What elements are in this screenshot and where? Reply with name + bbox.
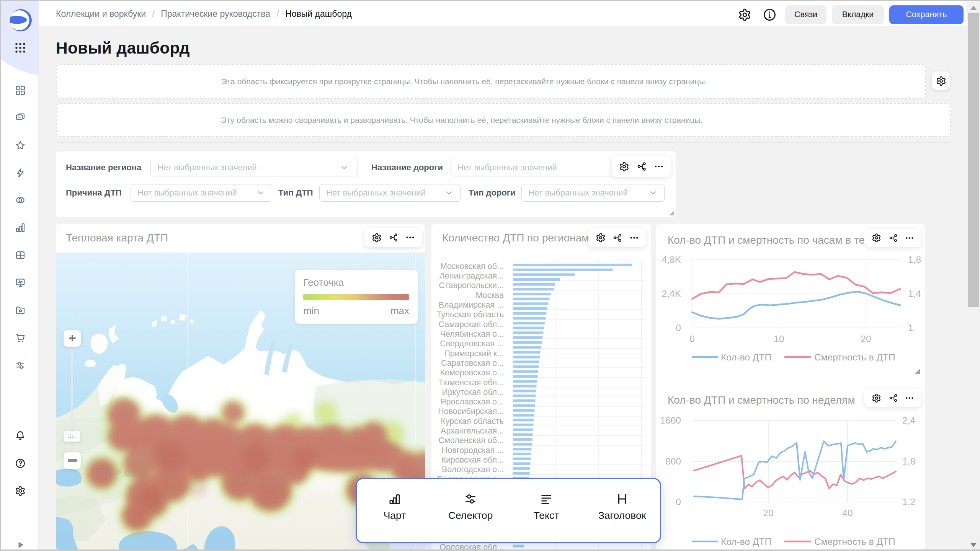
svg-text:800: 800: [665, 456, 681, 466]
svg-text:2,4K: 2,4K: [662, 289, 681, 299]
svg-text:2,4: 2,4: [902, 415, 915, 425]
svg-text:Свердловская ...: Свердловская ...: [440, 339, 504, 348]
svg-text:10: 10: [774, 334, 784, 344]
svg-text:Кол-во ДТП: Кол-во ДТП: [721, 536, 771, 547]
svg-text:Кировская обл...: Кировская обл...: [441, 455, 504, 465]
svg-text:Новгородская ...: Новгородская ...: [442, 446, 504, 455]
svg-text:1,8: 1,8: [902, 456, 915, 466]
svg-text:Орловская обл...: Орловская обл...: [439, 543, 504, 549]
svg-text:Вологодская о...: Вологодская о...: [442, 465, 504, 474]
svg-text:Кемеровская о...: Кемеровская о...: [440, 368, 504, 377]
svg-text:1600: 1600: [660, 415, 681, 425]
svg-text:1,2: 1,2: [902, 497, 915, 507]
svg-text:0: 0: [676, 497, 681, 507]
svg-text:Кол-во ДТП: Кол-во ДТП: [721, 352, 771, 362]
svg-text:0: 0: [689, 334, 695, 344]
svg-text:Смертность в ДТП: Смертность в ДТП: [814, 536, 895, 547]
svg-text:Тюменская обл...: Тюменская обл...: [438, 378, 504, 387]
svg-text:Иркутская обл...: Иркутская обл...: [442, 388, 504, 397]
svg-text:Московская об...: Московская об...: [440, 262, 504, 271]
svg-text:Новосибирская...: Новосибирская...: [438, 407, 504, 416]
svg-text:Приморский к...: Приморский к...: [444, 349, 504, 358]
svg-text:Курская область: Курская область: [441, 417, 504, 426]
svg-text:Тульская область: Тульская область: [436, 310, 504, 319]
svg-text:Архангельская...: Архангельская...: [441, 426, 504, 435]
svg-text:Владимирская ...: Владимирская ...: [439, 300, 504, 310]
svg-text:Смоленская об...: Смоленская об...: [438, 436, 504, 445]
svg-text:Челябинская о...: Челябинская о...: [440, 329, 504, 339]
svg-text:20: 20: [763, 508, 773, 518]
svg-text:Смертность в ДТП: Смертность в ДТП: [814, 352, 895, 362]
svg-text:Ставропольски...: Ставропольски...: [439, 281, 504, 290]
svg-text:1,4: 1,4: [908, 289, 921, 299]
svg-text:Ярославская о...: Ярославская о...: [440, 397, 504, 406]
svg-text:4,8K: 4,8K: [662, 254, 681, 265]
svg-text:0: 0: [676, 323, 681, 333]
svg-text:1: 1: [908, 323, 913, 333]
svg-text:20: 20: [861, 334, 871, 344]
svg-text:40: 40: [842, 508, 853, 518]
svg-text:Самарская обл...: Самарская обл...: [439, 320, 504, 329]
svg-text:Ленинградская...: Ленинградская...: [439, 271, 504, 280]
svg-text:Саратовская о...: Саратовская о...: [441, 359, 504, 368]
svg-text:Москва: Москва: [476, 291, 504, 300]
svg-text:1,8: 1,8: [908, 254, 921, 265]
